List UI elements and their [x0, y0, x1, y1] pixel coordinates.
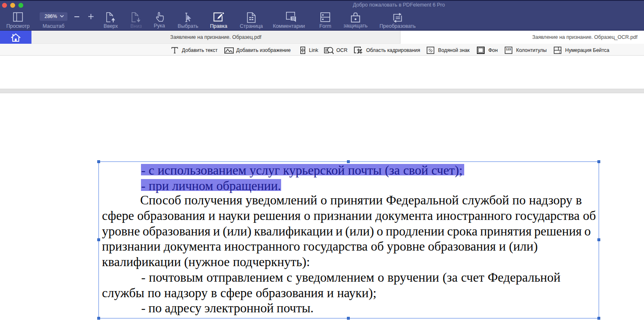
svg-text:123: 123: [506, 47, 511, 51]
svg-text:1: 1: [559, 51, 561, 54]
